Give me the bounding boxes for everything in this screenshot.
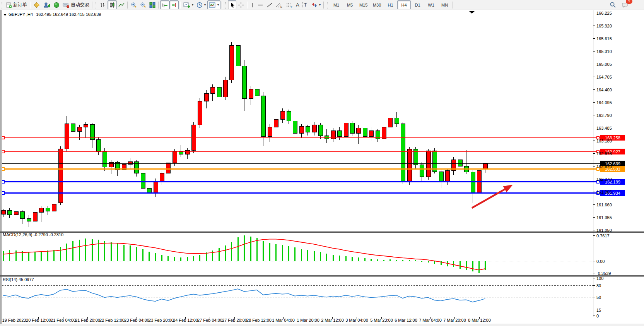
candles-layer — [1, 21, 487, 228]
time-tick-label: 21 Feb 04:00 — [51, 318, 76, 323]
axes-layer: 166.225165.920165.615165.310165.005164.7… — [0, 10, 644, 326]
quotes-button[interactable] — [32, 0, 42, 9]
new-order-label: 新订单 — [13, 2, 27, 8]
timeframe-m5-button[interactable]: M5 — [343, 0, 357, 9]
crosshair-icon — [238, 2, 244, 8]
toolbar-separator — [92, 2, 93, 9]
auto-trading-icon — [63, 2, 70, 8]
arrows-tool-button[interactable]: ▾ — [310, 0, 322, 9]
rsi-layer — [2, 286, 593, 310]
tile-windows-button[interactable] — [148, 0, 157, 9]
equidistant-channel-tool-button[interactable]: E — [274, 0, 284, 9]
dropdown-arrow-icon: ▾ — [204, 3, 206, 7]
chart-collapse-icon[interactable] — [3, 14, 7, 16]
text-tool-icon: A — [296, 2, 299, 8]
auto-scroll-button[interactable] — [160, 0, 169, 9]
toolbar-separator — [180, 2, 181, 9]
macd-tick-label: 0.00 — [596, 259, 605, 264]
navigator-button[interactable] — [52, 0, 61, 9]
timeframe-w1-button[interactable]: W1 — [424, 0, 438, 9]
candlestick-icon — [109, 2, 115, 8]
timeframe-h4-button[interactable]: H4 — [397, 0, 411, 9]
zoom-in-button[interactable] — [129, 0, 138, 9]
notification-badge: 1 — [626, 0, 632, 4]
line-chart-button[interactable] — [117, 0, 126, 9]
timeframe-h1-button[interactable]: H1 — [384, 0, 397, 9]
hline-handle — [2, 180, 5, 183]
annotation-layer — [469, 11, 513, 208]
chart-canvas[interactable]: 163.258162.927162.639162.503162.199161.9… — [0, 0, 644, 326]
gold-tag-icon — [33, 2, 40, 8]
chart-title[interactable]: GBPJPY-,H4162.495 162.649 162.415 162.63… — [3, 12, 101, 17]
fibonacci-tool-button[interactable]: F — [284, 0, 294, 9]
time-tick-label: 8 Mar 12:00 — [468, 318, 491, 323]
timeframe-m30-button[interactable]: M30 — [370, 0, 384, 9]
candlestick-chart-button[interactable] — [108, 0, 117, 9]
indicators-button[interactable]: ▾ — [207, 0, 220, 9]
text-tool-button[interactable]: A — [294, 0, 301, 9]
green-globe-icon — [53, 2, 60, 8]
rsi-tick-label: 15 — [596, 308, 601, 312]
toolbar-drag-handle[interactable] — [1, 2, 3, 9]
price-tick-label: 162.875 — [596, 151, 612, 156]
price-tick-label: 162.570 — [596, 164, 612, 169]
text-label-tool-icon: T — [302, 2, 308, 8]
auto-trading-label: 自动交易 — [71, 2, 89, 8]
timeframe-mn-button[interactable]: MN — [438, 0, 451, 9]
chart-shift-button[interactable] — [169, 0, 179, 9]
chart-symbol-period: GBPJPY-,H4 — [9, 12, 33, 17]
price-tick-label: 163.790 — [596, 113, 612, 118]
new-chart-button[interactable]: ▾ — [182, 0, 195, 9]
new-order-button[interactable]: 新订单 — [4, 0, 29, 9]
time-tick-label: 2 Mar 12:00 — [321, 318, 344, 323]
trendline-tool-button[interactable] — [265, 0, 274, 9]
toolbar-separator — [453, 2, 453, 9]
search-button[interactable] — [608, 0, 618, 9]
trendline-icon — [266, 2, 273, 8]
time-tick-label: 28 Feb 12:00 — [246, 318, 272, 323]
timeframe-d1-button[interactable]: D1 — [411, 0, 424, 9]
zoom-in-icon — [131, 2, 137, 8]
horizontal-line-tool-button[interactable] — [256, 0, 265, 9]
price-tick-label: 161.050 — [596, 228, 612, 233]
cursor-tool-button[interactable] — [228, 0, 236, 9]
bar-chart-button[interactable] — [98, 0, 108, 9]
price-tick-label: 164.095 — [596, 100, 612, 105]
new-order-icon — [6, 2, 12, 8]
fibonacci-icon: F — [286, 2, 293, 8]
vertical-line-icon — [250, 2, 254, 8]
price-tick-label: 163.485 — [596, 126, 612, 130]
macd-tick-label: 0.7617 — [596, 233, 610, 238]
price-tick-label: 163.180 — [596, 139, 612, 143]
time-tick-label: 22 Feb 12:00 — [99, 318, 125, 323]
dropdown-arrow-icon: ▾ — [192, 3, 193, 7]
price-tick-label: 162.270 — [596, 177, 612, 182]
hline-handle — [2, 136, 5, 139]
time-tick-label: 23 Feb 04:00 — [124, 318, 149, 323]
rsi-tick-label: 0 — [596, 314, 599, 318]
toolbar-drag-handle[interactable] — [224, 2, 227, 9]
macd-tick-label: -0.3539 — [596, 271, 611, 276]
chart-ohlc-values: 162.495 162.649 162.415 162.639 — [36, 12, 101, 17]
vertical-line-tool-button[interactable] — [249, 0, 256, 9]
rsi-tick-label: 80 — [596, 283, 601, 288]
zoom-out-button[interactable] — [138, 0, 148, 9]
time-tick-label: 1 Mar 20:00 — [297, 318, 319, 323]
profiles-button[interactable]: ▾ — [195, 0, 207, 9]
crosshair-tool-button[interactable] — [236, 0, 246, 9]
text-label-tool-button[interactable]: T — [301, 0, 310, 9]
time-tick-label: 20 Feb 12:00 — [26, 318, 51, 323]
toolbar-drag-handle[interactable] — [95, 2, 97, 9]
market-watch-button[interactable] — [42, 0, 52, 9]
new-chart-icon — [183, 2, 190, 8]
time-tick-label: 19 Feb 2023 — [2, 318, 26, 323]
time-tick-label: 1 Mar 04:00 — [272, 318, 295, 323]
timeframe-m1-button[interactable]: M1 — [330, 0, 343, 9]
shift-marker-icon — [469, 11, 475, 14]
auto-trading-button[interactable]: 自动交易 — [61, 0, 91, 9]
notifications-button[interactable]: 1 — [620, 0, 630, 9]
toolbar-drag-handle[interactable] — [326, 2, 329, 9]
svg-text:E: E — [280, 5, 282, 8]
timeframe-m15-button[interactable]: M15 — [357, 0, 370, 9]
price-tick-label: 161.660 — [596, 202, 612, 207]
